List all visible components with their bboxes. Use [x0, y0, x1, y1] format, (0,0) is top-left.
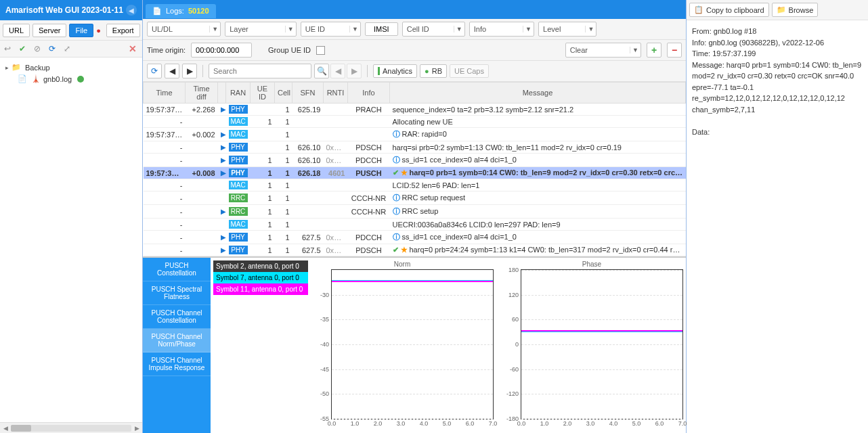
- remove-button[interactable]: −: [667, 43, 682, 58]
- table-row[interactable]: -▶PHY11626.100x10dPDCCHⓘss_id=1 cce_inde…: [144, 154, 686, 167]
- stop-icon[interactable]: ⊘: [32, 44, 42, 53]
- details-toolbar: 📋Copy to clipboard 📁Browse: [687, 0, 868, 20]
- refresh-button[interactable]: ⟳: [147, 64, 162, 78]
- file-button[interactable]: File: [69, 24, 93, 37]
- table-row[interactable]: -▶RRC11CCCH-NRⓘRRC setup: [144, 205, 686, 219]
- chevron-down-icon[interactable]: ▼: [285, 26, 296, 32]
- file-tree: ▸ Backup 🗼 gnb0.log: [0, 58, 142, 422]
- tab-logs[interactable]: Logs: 50120: [146, 4, 216, 18]
- filter-info[interactable]: Info▼: [469, 22, 534, 37]
- filter-ueid[interactable]: UE ID▼: [301, 22, 361, 37]
- info-icon: ⓘ: [393, 233, 400, 241]
- table-row[interactable]: 19:57:37.189+2.268▶PHY1625.19PRACHsequen…: [144, 104, 686, 116]
- clipboard-icon: 📋: [694, 5, 703, 14]
- expand-icon[interactable]: ⤢: [62, 44, 72, 53]
- chevron-down-icon[interactable]: ▼: [630, 47, 641, 53]
- col-sfn[interactable]: SFN: [292, 83, 324, 104]
- filter-level[interactable]: Level▼: [538, 22, 596, 37]
- col-time[interactable]: Time: [144, 83, 186, 104]
- scroll-left-icon[interactable]: ◀: [0, 425, 11, 432]
- tree-folder-label: Backup: [25, 64, 50, 72]
- chevron-down-icon[interactable]: ▼: [349, 26, 360, 32]
- tree-folder-backup[interactable]: ▸ Backup: [3, 62, 139, 73]
- copy-clipboard-button[interactable]: 📋Copy to clipboard: [689, 3, 769, 17]
- tab-pusch-impulse[interactable]: PUSCH Channel Impulse Response: [143, 352, 211, 376]
- url-button[interactable]: URL: [3, 24, 30, 37]
- table-row[interactable]: -MAC11UECRI:0036a0a834c6 LCID:0 len=297 …: [144, 219, 686, 231]
- chevron-down-icon[interactable]: ▼: [454, 26, 464, 32]
- table-row[interactable]: -RRC11CCCH-NRⓘRRC setup request: [144, 191, 686, 205]
- col-ueid[interactable]: UE ID: [251, 83, 275, 104]
- info-icon: ⓘ: [393, 207, 400, 215]
- ok-icon: ✔: [393, 246, 399, 254]
- table-row[interactable]: -▶PHY11627.50x4601PDCCHⓘss_id=1 cce_inde…: [144, 231, 686, 244]
- search-prev-button[interactable]: ◀: [330, 64, 345, 78]
- filter-bar2: Time origin: Group UE ID Clear▼ + −: [143, 40, 686, 61]
- clear-combo[interactable]: Clear▼: [565, 43, 641, 58]
- ue-caps-button[interactable]: UE Caps: [450, 64, 489, 78]
- col-cell[interactable]: Cell: [275, 83, 292, 104]
- chart-tabs: PUSCH Constellation PUSCH Spectral Flatn…: [143, 258, 211, 433]
- table-row[interactable]: 19:57:37.191+0.002▶MAC1ⓘRAR: rapid=0: [144, 128, 686, 141]
- filter-cellid[interactable]: Cell ID▼: [402, 22, 465, 37]
- collapse-sidebar-button[interactable]: ◀: [126, 5, 137, 16]
- log-table[interactable]: Time Time diff RAN UE ID Cell SFN RNTI I…: [143, 82, 686, 257]
- filter-uldl[interactable]: UL/DL▼: [147, 22, 221, 37]
- signal-icon: 🗼: [31, 74, 41, 83]
- col-timediff[interactable]: Time diff: [186, 83, 218, 104]
- tree-file-gnb0[interactable]: 🗼 gnb0.log: [3, 73, 139, 85]
- scroll-right-icon[interactable]: ▶: [131, 425, 142, 432]
- sidebar-toolbar2: ↩ ✔ ⊘ ⟳ ⤢ ✕: [0, 41, 142, 58]
- alert-icon[interactable]: ●: [96, 25, 101, 36]
- search-input[interactable]: [209, 64, 311, 78]
- chart-norm: Norm -30-35-40-45-50-550.01.02.03.04.05.…: [311, 260, 494, 430]
- table-row[interactable]: -MAC11LCID:52 len=6 PAD: len=1: [144, 179, 686, 191]
- bottom-panel: PUSCH Constellation PUSCH Spectral Flatn…: [143, 257, 686, 433]
- analytics-button[interactable]: Analytics: [373, 64, 417, 78]
- group-ueid-label: Group UE ID: [268, 46, 311, 54]
- tab-pusch-norm-phase[interactable]: PUSCH Channel Norm/Phase: [143, 329, 211, 352]
- legend-item-1[interactable]: Symbol 7, antenna 0, port 0: [213, 272, 308, 283]
- undo-icon[interactable]: ↩: [3, 44, 12, 53]
- tab-label: Logs:: [166, 7, 184, 15]
- table-row[interactable]: -▶PHY11627.50x4601PDSCH✔★harq=0 prb=24:2…: [144, 244, 686, 256]
- tab-pusch-flatness[interactable]: PUSCH Spectral Flatness: [143, 281, 211, 305]
- search-binoculars-icon[interactable]: 🔍: [314, 64, 329, 78]
- table-row[interactable]: 19:57:37.199+0.008▶PHY11626.184601PUSCH✔…: [144, 167, 686, 179]
- search-bar: ⟳ ◀ ▶ 🔍 ◀ ▶ Analytics RB UE Caps: [143, 61, 686, 82]
- add-button[interactable]: +: [647, 43, 661, 58]
- nav-back-button[interactable]: ◀: [165, 64, 179, 78]
- browse-button[interactable]: 📁Browse: [772, 3, 819, 17]
- sidebar-toolbar: URL Server File ● Export ▾: [0, 20, 142, 41]
- tab-pusch-constellation[interactable]: PUSCH Constellation: [143, 258, 211, 281]
- sidebar: Amarisoft Web GUI 2023-01-11 ◀ URL Serve…: [0, 0, 143, 433]
- col-ran[interactable]: RAN: [226, 83, 251, 104]
- legend-item-0[interactable]: Symbol 2, antenna 0, port 0: [213, 260, 308, 272]
- tab-pusch-ch-constellation[interactable]: PUSCH Channel Constellation: [143, 305, 211, 329]
- check-icon[interactable]: ✔: [18, 44, 27, 53]
- imsi-button[interactable]: IMSI: [365, 22, 398, 36]
- col-info[interactable]: Info: [348, 83, 390, 104]
- info-icon: ⓘ: [393, 130, 400, 138]
- document-icon: [152, 7, 162, 16]
- chevron-down-icon[interactable]: ▼: [585, 26, 596, 32]
- col-rnti[interactable]: RNTI: [324, 83, 348, 104]
- close-icon[interactable]: ✕: [129, 43, 139, 54]
- export-button[interactable]: Export: [106, 24, 140, 37]
- search-next-button[interactable]: ▶: [347, 64, 362, 78]
- detail-time: 19:57:37.199: [712, 49, 756, 58]
- col-message[interactable]: Message: [390, 83, 686, 104]
- table-row[interactable]: -MAC11Allocating new UE: [144, 116, 686, 128]
- chevron-down-icon[interactable]: ▼: [209, 26, 220, 32]
- legend-item-2[interactable]: Symbol 11, antenna 0, port 0: [213, 283, 308, 295]
- time-origin-input[interactable]: [191, 43, 252, 58]
- nav-forward-button[interactable]: ▶: [182, 64, 197, 78]
- filter-layer[interactable]: Layer▼: [225, 22, 297, 37]
- chevron-down-icon[interactable]: ▼: [523, 26, 534, 32]
- server-button[interactable]: Server: [32, 24, 66, 37]
- table-row[interactable]: -▶PHY1626.100x10dPDSCHharq=si prb=0:2 sy…: [144, 141, 686, 154]
- refresh-icon[interactable]: ⟳: [47, 44, 57, 53]
- sidebar-scrollbar[interactable]: ◀ ▶: [0, 422, 142, 433]
- group-ueid-checkbox[interactable]: [316, 46, 325, 55]
- rb-button[interactable]: RB: [420, 64, 447, 78]
